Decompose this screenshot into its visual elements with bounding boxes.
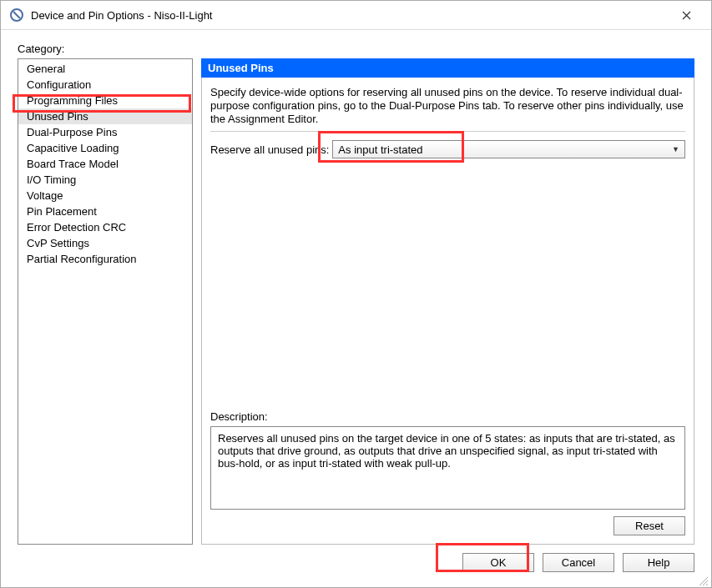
- resize-grip[interactable]: [698, 575, 708, 585]
- category-item[interactable]: CvP Settings: [18, 235, 192, 251]
- panel-intro: Specify device-wide options for reservin…: [210, 86, 685, 126]
- category-label: Category:: [18, 43, 694, 55]
- reserve-label: Reserve all unused pins:: [210, 143, 329, 156]
- category-item[interactable]: I/O Timing: [18, 172, 192, 188]
- main-area: GeneralConfigurationProgramming FilesUnu…: [18, 58, 694, 545]
- reserve-row: Reserve all unused pins: As input tri-st…: [210, 140, 685, 158]
- panel-body: Specify device-wide options for reservin…: [201, 78, 694, 545]
- category-item[interactable]: Voltage: [18, 188, 192, 204]
- close-button[interactable]: [669, 3, 703, 28]
- category-item[interactable]: Partial Reconfiguration: [18, 251, 192, 267]
- reset-button[interactable]: Reset: [614, 516, 685, 535]
- category-list[interactable]: GeneralConfigurationProgramming FilesUnu…: [18, 58, 193, 545]
- dialog-window: Device and Pin Options - Niso-II-Light C…: [0, 0, 712, 588]
- spacer: [210, 158, 685, 410]
- window-title: Device and Pin Options - Niso-II-Light: [31, 9, 669, 22]
- dialog-buttons: OK Cancel Help: [18, 553, 694, 572]
- category-item[interactable]: Board Trace Model: [18, 156, 192, 172]
- category-item[interactable]: Dual-Purpose Pins: [18, 124, 192, 140]
- panel-title: Unused Pins: [201, 58, 694, 78]
- category-item[interactable]: Pin Placement: [18, 204, 192, 219]
- category-item[interactable]: Error Detection CRC: [18, 219, 192, 235]
- separator: [210, 131, 685, 132]
- ok-button[interactable]: OK: [462, 553, 534, 572]
- chevron-down-icon: ▼: [672, 145, 679, 153]
- category-item[interactable]: Configuration: [18, 77, 192, 93]
- dialog-content: Category: GeneralConfigurationProgrammin…: [1, 30, 711, 587]
- app-icon: [9, 8, 24, 23]
- titlebar: Device and Pin Options - Niso-II-Light: [1, 1, 711, 30]
- right-panel: Unused Pins Specify device-wide options …: [201, 58, 694, 545]
- description-text: Reserves all unused pins on the target d…: [218, 432, 675, 470]
- description-label: Description:: [210, 410, 685, 423]
- category-item[interactable]: Unused Pins: [18, 108, 192, 124]
- category-item[interactable]: Programming Files: [18, 93, 192, 108]
- description-box: Reserves all unused pins on the target d…: [210, 426, 685, 510]
- reserve-dropdown-value: As input tri-stated: [338, 143, 422, 156]
- reserve-dropdown[interactable]: As input tri-stated ▼: [332, 140, 685, 158]
- reset-row: Reset: [210, 516, 685, 535]
- cancel-button[interactable]: Cancel: [543, 553, 614, 572]
- category-item[interactable]: Capacitive Loading: [18, 140, 192, 156]
- help-button[interactable]: Help: [623, 553, 694, 572]
- category-item[interactable]: General: [18, 61, 192, 77]
